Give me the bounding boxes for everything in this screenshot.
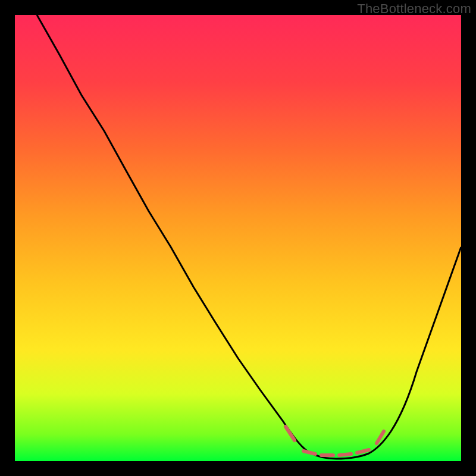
svg-line-1 bbox=[303, 451, 315, 454]
chart-svg bbox=[15, 15, 461, 461]
svg-line-3 bbox=[339, 454, 351, 455]
chart-plot-area bbox=[15, 15, 461, 461]
watermark-text: TheBottleneck.com bbox=[357, 1, 471, 17]
svg-line-4 bbox=[357, 450, 369, 453]
bottleneck-curve-line bbox=[37, 15, 461, 459]
chart-frame: TheBottleneck.com bbox=[0, 0, 476, 476]
optimal-band-marker bbox=[286, 427, 384, 455]
svg-line-0 bbox=[286, 427, 295, 440]
